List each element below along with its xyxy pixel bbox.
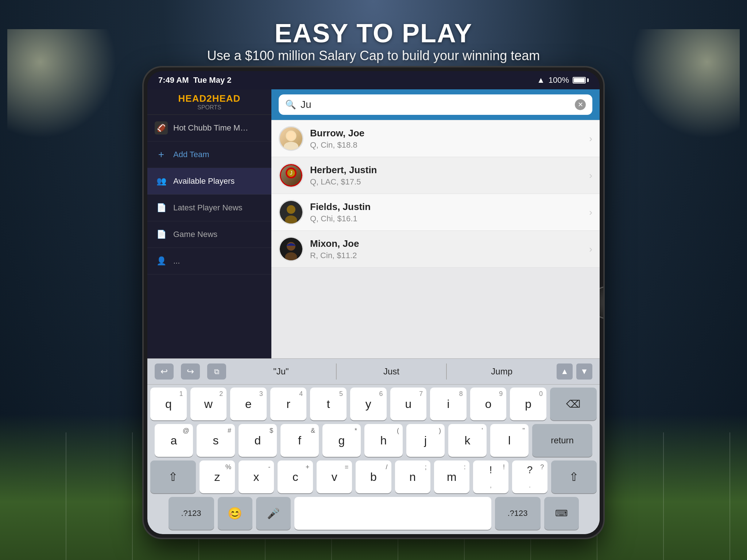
key-w[interactable]: 2w [190,388,227,420]
key-shift-left[interactable]: ⇧ [150,460,196,493]
key-space[interactable] [294,497,491,530]
key-shift-right[interactable]: ⇧ [551,460,597,493]
svg-point-2 [287,132,295,140]
key-g[interactable]: *g [322,424,361,457]
search-glass-icon: 🔍 [285,100,296,110]
key-row-2: @a #s $d &f *g (h )j 'k "l return [150,424,597,457]
sidebar-item-available-players[interactable]: 👥 Available Players [147,168,271,195]
result-item-fields[interactable]: Fields, Justin Q, Chi, $16.1 › [271,194,600,231]
key-x[interactable]: -x [239,460,274,493]
key-row-1: 1q 2w 3e 4r 5t 6y 7u 8i 9o 0p ⌫ [150,388,597,420]
key-b[interactable]: /b [356,460,391,493]
search-results: Burrow, Joe Q, Cin, $18.8 › [271,120,600,268]
search-input-value[interactable]: Ju [301,99,570,110]
game-news-icon: 📄 [155,228,168,241]
key-j[interactable]: )j [406,424,445,457]
redo-button[interactable]: ↪ [181,363,200,380]
key-t[interactable]: 5t [310,388,347,420]
key-numbers-left[interactable]: .?123 [169,497,214,530]
sidebar-item-latest-player-news[interactable]: 📄 Latest Player News [147,195,271,221]
svg-point-1 [284,142,298,151]
player-info-herbert: Herbert, Justin Q, LAC, $17.5 [310,164,582,187]
svg-text:J: J [290,170,292,176]
key-c[interactable]: +c [278,460,313,493]
key-e[interactable]: 3e [230,388,267,420]
chevron-icon-burrow: › [589,133,592,144]
player-name-herbert: Herbert, Justin [310,164,582,176]
player-avatar-fields [279,200,303,225]
sidebar-logo: HEAD2HEAD SPORTS [147,89,271,115]
suggestion-1[interactable]: "Ju" [226,363,336,380]
key-delete[interactable]: ⌫ [550,388,597,420]
sidebar-team-item[interactable]: 🏈 Hot Chubb Time Ma... [147,115,271,141]
key-k[interactable]: 'k [448,424,487,457]
key-d[interactable]: $d [239,424,277,457]
key-n[interactable]: ;n [395,460,430,493]
key-numbers-right[interactable]: .?123 [495,497,541,530]
key-keyboard[interactable]: ⌨ [544,497,579,530]
search-input-box[interactable]: 🔍 Ju ✕ [279,94,592,115]
toolbar-left: ↩ ↪ ⧉ [155,363,226,380]
logo-text: HEAD2HEAD [178,93,241,104]
player-name-burrow: Burrow, Joe [310,128,582,139]
key-a[interactable]: @a [155,424,193,457]
chevron-icon-fields: › [589,207,592,218]
screen: 7:49 AM Tue May 2 ▲ 100% HEAD2HEAD SPORT… [147,71,600,534]
key-o[interactable]: 9o [470,388,507,420]
add-team-label: Add Team [173,150,209,159]
key-r[interactable]: 4r [270,388,307,420]
keyboard-rows: 1q 2w 3e 4r 5t 6y 7u 8i 9o 0p ⌫ @a #s $d [147,385,600,534]
player-avatar-burrow [279,126,303,151]
key-p[interactable]: 0p [510,388,546,420]
key-row-3: ⇧ %z -x +c =v /b ;n :m !!, ??. ⇧ [150,460,597,493]
wifi-icon: ▲ [537,75,545,85]
add-team-button[interactable]: + Add Team [147,141,271,168]
chevron-icon-herbert: › [589,170,592,181]
key-emoji[interactable]: 😊 [218,497,252,530]
player-info-mixon: Mixon, Joe R, Cin, $11.2 [310,238,582,260]
game-news-label: Game News [173,230,217,239]
key-row-4: .?123 😊 🎤 .?123 ⌨ [150,497,597,530]
status-right: ▲ 100% [537,75,589,85]
device-frame: 7:49 AM Tue May 2 ▲ 100% HEAD2HEAD SPORT… [144,67,603,538]
toolbar-suggestions: "Ju" Just Jump [226,363,557,380]
player-detail-fields: Q, Chi, $16.1 [310,214,582,223]
search-clear-button[interactable]: ✕ [575,99,586,110]
sidebar-item-game-news[interactable]: 📄 Game News [147,221,271,248]
player-detail-burrow: Q, Cin, $18.8 [310,140,582,150]
more-label: ... [173,256,180,266]
player-info-fields: Fields, Justin Q, Chi, $16.1 [310,201,582,223]
key-f[interactable]: &f [280,424,319,457]
player-info-burrow: Burrow, Joe Q, Cin, $18.8 [310,128,582,150]
key-return[interactable]: return [532,424,592,457]
undo-button[interactable]: ↩ [155,363,174,380]
key-s[interactable]: #s [197,424,235,457]
key-u[interactable]: 7u [390,388,427,420]
key-z[interactable]: %z [200,460,235,493]
result-item-herbert[interactable]: J Herbert, Justin Q, LAC, $17.5 › [271,157,600,194]
cursor-down-button[interactable]: ▼ [576,363,592,380]
key-question[interactable]: ??. [512,460,547,493]
result-item-burrow[interactable]: Burrow, Joe Q, Cin, $18.8 › [271,120,600,157]
key-microphone[interactable]: 🎤 [256,497,291,530]
key-y[interactable]: 6y [350,388,387,420]
key-exclaim[interactable]: !!, [473,460,508,493]
result-item-mixon[interactable]: Mixon, Joe R, Cin, $11.2 › [271,231,600,268]
key-i[interactable]: 8i [430,388,467,420]
key-l[interactable]: "l [490,424,529,457]
keyboard: ↩ ↪ ⧉ "Ju" Just Jump ▲ ▼ 1q [147,358,600,534]
key-v[interactable]: =v [317,460,352,493]
promo-text: EASY TO PLAY Use a $100 million Salary C… [0,18,747,63]
latest-news-label: Latest Player News [173,203,243,213]
suggestion-3[interactable]: Jump [446,363,557,380]
key-h[interactable]: (h [364,424,403,457]
cursor-up-button[interactable]: ▲ [557,363,573,380]
team-icon: 🏈 [155,121,168,135]
copy-button[interactable]: ⧉ [207,363,226,380]
sidebar-item-more[interactable]: 👤 ... [147,248,271,275]
chevron-icon-mixon: › [589,244,592,255]
key-m[interactable]: :m [434,460,469,493]
suggestion-2[interactable]: Just [336,363,447,380]
key-q[interactable]: 1q [150,388,187,420]
add-icon: + [155,148,168,161]
